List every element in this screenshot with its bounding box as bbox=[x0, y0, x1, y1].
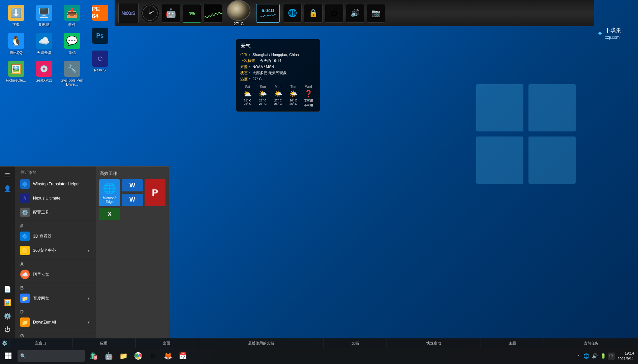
day-tue-icon: 🌤️ bbox=[289, 90, 298, 98]
desktop-icon-download[interactable]: ⬇️ 下载 bbox=[3, 3, 29, 29]
sidebar-hamburger[interactable]: ☰ bbox=[1, 169, 13, 181]
day-tue-low: 25° C bbox=[290, 102, 297, 105]
app-item-winstep[interactable]: 🔷 Winstep Translator Helper bbox=[15, 177, 96, 191]
nexus-cpu-widget[interactable]: 4% bbox=[182, 1, 202, 25]
weather-lastcheck: 今天的 19:14 bbox=[260, 59, 281, 63]
sidebar-documents[interactable]: 📄 bbox=[1, 283, 13, 295]
svg-rect-3 bbox=[528, 136, 576, 184]
nexus-moon-widget[interactable]: 27° C bbox=[223, 0, 254, 26]
app-item-3d[interactable]: 🔷 3D 查看器 bbox=[15, 229, 96, 243]
taskbar: 🔍 🛍️ 🤖 📁 ⊞ 🦊 📅 ∧ 🌐 🔊 🔋 中 19:14 2021/9/11 bbox=[0, 348, 638, 364]
sidebar-settings[interactable]: ⚙️ bbox=[1, 310, 13, 322]
nexus-ram-widget[interactable]: 6.04G bbox=[254, 1, 281, 25]
xzji-logo: ✦ 下载集xzji.com bbox=[597, 27, 621, 40]
app-item-baidu[interactable]: 📁 百度网盘 ▼ bbox=[15, 291, 96, 305]
desktop-icon-pictureclean[interactable]: 🖼️ PictureCle... bbox=[3, 59, 29, 84]
tray-arrow[interactable]: ∧ bbox=[576, 353, 581, 359]
nexus-network1-widget[interactable]: 🌐 bbox=[282, 1, 302, 25]
downzemall-label: DownZemAll bbox=[33, 320, 56, 325]
nexus-bar-desktop[interactable]: 桌面 bbox=[135, 338, 199, 348]
pinned-tile-ppt[interactable]: P bbox=[145, 179, 165, 206]
day-sun-icon: 🌤️ bbox=[259, 90, 267, 98]
day-sat-name: Sat bbox=[245, 85, 250, 89]
desktop-icon-pe64[interactable]: PE 64 bbox=[87, 3, 113, 24]
app-item-360[interactable]: 🟡 360安全中心 ▼ bbox=[15, 243, 96, 257]
windows-watermark bbox=[476, 84, 577, 187]
svg-rect-2 bbox=[476, 136, 523, 184]
day-mon-icon: 🌤️ bbox=[274, 90, 282, 98]
app-item-nexus[interactable]: N Nexus Ultimate bbox=[15, 191, 96, 205]
nexus-bar-theme[interactable]: 主题 bbox=[481, 338, 544, 348]
nexus-graph-widget[interactable] bbox=[203, 1, 223, 25]
nexus-bar-current-tasks[interactable]: 当前任务 bbox=[544, 338, 638, 348]
day-wed-name: Wed bbox=[305, 85, 312, 89]
app-item-config[interactable]: ⚙️ 配置工具 bbox=[15, 205, 96, 219]
nexus-bar-recent-docs[interactable]: 最近使用的文档 bbox=[198, 338, 324, 348]
svg-rect-15 bbox=[8, 356, 11, 359]
desktop-icon-inbox[interactable]: 📥 收件 bbox=[59, 3, 85, 29]
nexus-camera-widget[interactable]: 📷 bbox=[366, 1, 386, 25]
taskbar-app-store[interactable]: 🛍️ bbox=[86, 348, 101, 364]
tray-icon-network[interactable]: 🌐 bbox=[583, 353, 590, 359]
desktop-icon-systools[interactable]: 🔧 SysTools Pen Drive... bbox=[59, 59, 85, 88]
app-item-aliyun[interactable]: ☁️ 阿里云盘 bbox=[15, 267, 96, 281]
weather-day-sun: Sun 🌤️ 28° C 26° C bbox=[255, 85, 270, 108]
nexus-bar-documents[interactable]: 文档 bbox=[324, 338, 387, 348]
taskbar-app-calendar[interactable]: 📅 bbox=[175, 348, 190, 364]
tray-icon-sound[interactable]: 🔊 bbox=[591, 353, 598, 359]
taskbar-app-windows[interactable]: ⊞ bbox=[146, 348, 160, 364]
desktop-icon-sealxp[interactable]: 💿 SealXP11 bbox=[31, 59, 57, 84]
alpha-sep-a: A bbox=[15, 259, 96, 267]
tray-icon-ime[interactable]: 中 bbox=[608, 353, 615, 360]
nexus-power-widget[interactable]: ⏻ bbox=[324, 1, 344, 25]
pinned-tile-word[interactable]: W bbox=[122, 179, 143, 191]
pinned-tile-excel[interactable]: X bbox=[99, 208, 120, 220]
day-sat-icon: ⛅ bbox=[243, 90, 252, 98]
pinned-tile-edge[interactable]: 🌐 Microsoft Edge bbox=[99, 179, 120, 206]
alpha-sep-g: G bbox=[15, 331, 96, 338]
weather-source: NOAA / MSN bbox=[252, 65, 274, 69]
nexus-network2-widget[interactable]: 🔒 bbox=[303, 1, 323, 25]
360-arrow-icon: ▼ bbox=[87, 249, 90, 252]
taskbar-app-chrome[interactable] bbox=[131, 348, 146, 364]
desktop-icon-mypc[interactable]: 🖥️ 此电脑 bbox=[31, 3, 57, 29]
start-button[interactable] bbox=[0, 348, 16, 364]
nexus-bar-quick-launch[interactable]: 快速启动 bbox=[387, 338, 481, 348]
alpha-sep-d: D bbox=[15, 307, 96, 315]
nexus-bar-apps[interactable]: 应用 bbox=[72, 338, 135, 348]
app-item-downzemall[interactable]: 📁 DownZemAll ▼ bbox=[15, 315, 96, 329]
desktop-icon-nexus[interactable]: ⬡ NeXuS bbox=[87, 49, 113, 73]
app-list: 最近添加 🔷 Winstep Translator Helper N Nexus… bbox=[15, 166, 96, 338]
tray-icon-battery[interactable]: 🔋 bbox=[600, 353, 607, 359]
taskbar-app-android[interactable]: 🤖 bbox=[101, 348, 116, 364]
sidebar-power[interactable]: ⏻ bbox=[1, 324, 13, 336]
nexus-android-widget[interactable]: 🤖 bbox=[161, 1, 181, 25]
nexus-logo-widget[interactable]: NeXuS bbox=[117, 1, 139, 25]
svg-rect-1 bbox=[528, 84, 576, 131]
weather-source-label: 来源： bbox=[240, 65, 251, 69]
weather-source-line: 来源： NOAA / MSN bbox=[240, 64, 316, 69]
desktop-icon-photoshop[interactable]: Ps bbox=[87, 26, 113, 47]
taskbar-app-firefox[interactable]: 🦊 bbox=[160, 348, 175, 364]
nexus-bottom-bar: ⚙️ 主窗口 应用 桌面 最近使用的文档 文档 快速启动 主题 当前任务 bbox=[0, 338, 638, 348]
weather-forecast: Sat ⛅ 31° C 26° C Sun 🌤️ 28° C 26° C Mon… bbox=[240, 85, 316, 108]
nexus-clock-widget[interactable] bbox=[140, 1, 160, 25]
nexus-label: Nexus Ultimate bbox=[33, 196, 60, 201]
aliyun-label: 阿里云盘 bbox=[33, 272, 49, 277]
desktop-icon-qq[interactable]: 🐧 腾讯QQ bbox=[3, 31, 29, 57]
nexus-bar-main-window[interactable]: 主窗口 bbox=[9, 338, 72, 348]
baidu-arrow-icon: ▼ bbox=[87, 297, 90, 300]
desktop-icon-wechat[interactable]: 💬 微信 bbox=[59, 31, 85, 57]
nexus-settings-icon[interactable]: ⚙️ bbox=[0, 338, 9, 348]
pinned-tile-word2[interactable]: W bbox=[122, 194, 143, 206]
taskbar-search[interactable]: 🔍 bbox=[18, 350, 85, 362]
sidebar-user[interactable]: 👤 bbox=[1, 183, 13, 195]
desktop-icons: ⬇️ 下载 🐧 腾讯QQ 🖼️ PictureCle... 🖥️ 此电脑 ☁️ … bbox=[3, 3, 104, 101]
tray-time[interactable]: 19:14 2021/9/11 bbox=[616, 351, 635, 362]
sidebar-pictures[interactable]: 🖼️ bbox=[1, 297, 13, 309]
tray-date: 2021/9/11 bbox=[617, 356, 634, 362]
weather-temp-nexus: 27° C bbox=[234, 22, 244, 26]
nexus-sound-widget[interactable]: 🔊 bbox=[345, 1, 365, 25]
taskbar-app-explorer[interactable]: 📁 bbox=[116, 348, 131, 364]
desktop-icon-tianyi[interactable]: ☁️ 天翼云盘 bbox=[31, 31, 57, 57]
